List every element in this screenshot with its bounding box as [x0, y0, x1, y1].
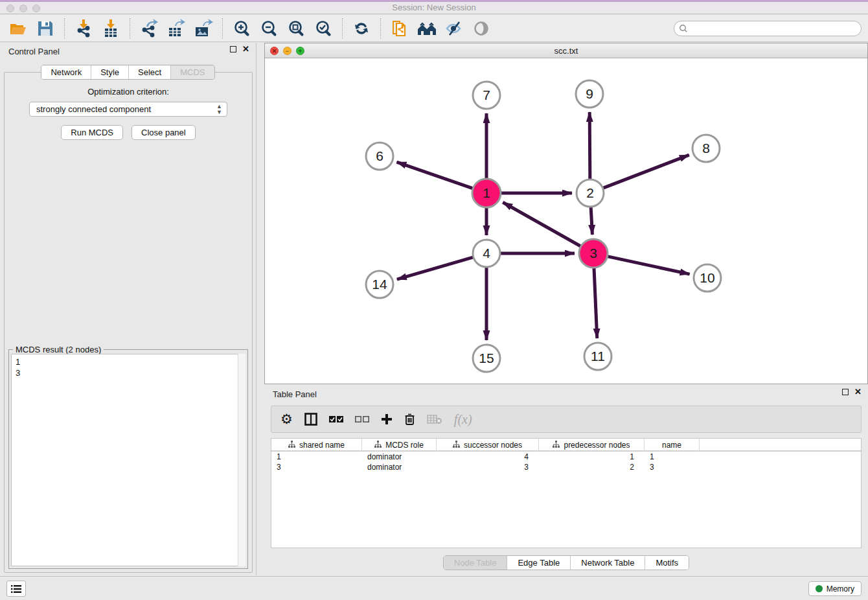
control-panel-title: Control Panel — [8, 47, 60, 56]
import-table-icon[interactable] — [99, 17, 122, 40]
tab-node-table[interactable]: Node Table — [444, 556, 508, 570]
optimization-criterion-label: Optimization criterion: — [5, 87, 252, 97]
edge-1-6[interactable] — [396, 162, 473, 189]
cell-MCDS-role[interactable]: dominator — [362, 452, 437, 462]
edge-3-11[interactable] — [594, 268, 597, 338]
deselect-all-icon[interactable] — [355, 415, 369, 423]
tab-mcds[interactable]: MCDS — [171, 65, 214, 79]
search-container — [674, 21, 862, 36]
cell-predecessor-nodes[interactable]: 2 — [539, 462, 645, 472]
float-table-panel-icon[interactable] — [842, 389, 849, 395]
network-canvas[interactable]: 7968124314101511 — [265, 58, 867, 384]
node-table[interactable]: shared nameMCDS rolesuccessor nodesprede… — [271, 438, 862, 548]
close-table-panel-icon[interactable]: ✕ — [854, 389, 862, 395]
mcds-result-text[interactable]: 1 3 — [11, 354, 246, 566]
delete-table-icon[interactable] — [427, 414, 442, 424]
function-builder-icon[interactable]: f(x) — [454, 412, 472, 427]
control-panel: Control Panel ✕ NetworkStyleSelectMCDS O… — [0, 43, 257, 575]
close-panel-button[interactable]: Close panel — [131, 125, 196, 140]
zoom-selected-icon[interactable] — [312, 17, 335, 40]
float-panel-icon[interactable] — [230, 46, 236, 52]
table-row[interactable]: 3dominator323 — [271, 462, 861, 472]
clone-network-icon[interactable] — [388, 17, 411, 40]
node-label-14: 14 — [372, 277, 387, 292]
edge-2-8[interactable] — [603, 155, 689, 188]
tab-motifs[interactable]: Motifs — [645, 556, 689, 570]
cell-name[interactable]: 3 — [645, 462, 700, 472]
node-label-15: 15 — [479, 351, 494, 365]
run-mcds-button[interactable]: Run MCDS — [61, 125, 123, 140]
memory-button-label: Memory — [827, 584, 854, 594]
cell-predecessor-nodes[interactable]: 1 — [539, 452, 645, 462]
node-label-10: 10 — [700, 270, 714, 285]
node-label-1: 1 — [483, 185, 490, 200]
show-all-icon[interactable] — [470, 17, 493, 40]
status-bar: Memory — [0, 576, 868, 600]
save-session-icon[interactable] — [34, 17, 57, 40]
gear-icon[interactable]: ⚙ — [280, 411, 293, 427]
network-view-window: ✕ − + scc.txt 7968124314101511 — [264, 43, 868, 384]
cell-MCDS-role[interactable]: dominator — [362, 462, 437, 472]
hierarchy-icon — [288, 441, 295, 450]
hierarchy-icon — [453, 441, 460, 450]
delete-icon[interactable] — [404, 413, 415, 426]
add-column-icon[interactable] — [381, 413, 393, 425]
edge-4-14[interactable] — [397, 257, 474, 279]
network-canvas-svg[interactable]: 7968124314101511 — [265, 58, 867, 384]
cell-shared-name[interactable]: 1 — [271, 452, 362, 462]
mcds-result-fieldset: MCDS result (2 nodes) 1 3 — [8, 349, 248, 569]
column-header-MCDS-role[interactable]: MCDS role — [362, 439, 437, 452]
columns-icon[interactable] — [304, 413, 317, 426]
optimization-criterion-select[interactable]: strongly connected component ▲▼ — [29, 102, 227, 117]
export-image-icon[interactable] — [192, 17, 215, 40]
edge-2-3[interactable] — [591, 207, 592, 235]
hide-selected-icon[interactable] — [442, 17, 466, 40]
hierarchy-icon — [553, 441, 560, 450]
cell-shared-name[interactable]: 3 — [271, 462, 362, 472]
import-network-icon[interactable] — [72, 17, 95, 40]
titlebar: Session: New Session — [0, 0, 868, 14]
cell-successor-nodes[interactable]: 4 — [437, 452, 539, 462]
zoom-out-icon[interactable] — [257, 17, 280, 40]
refresh-icon[interactable] — [350, 17, 373, 40]
column-header-shared-name[interactable]: shared name — [271, 439, 362, 452]
edge-3-1[interactable] — [503, 202, 581, 246]
table-tabs: Node TableEdge TableNetwork TableMotifs — [264, 555, 868, 570]
table-header-row: shared nameMCDS rolesuccessor nodesprede… — [271, 439, 861, 452]
table-panel: Table Panel ✕ ⚙ — [264, 386, 868, 575]
select-all-icon[interactable] — [329, 415, 343, 423]
window-title: Session: New Session — [0, 3, 868, 12]
cell-successor-nodes[interactable]: 3 — [437, 462, 539, 472]
open-session-icon[interactable] — [6, 17, 30, 40]
main-toolbar — [0, 15, 868, 42]
close-panel-icon[interactable]: ✕ — [242, 46, 249, 52]
edge-2-9[interactable] — [589, 112, 590, 179]
table-row[interactable]: 1dominator411 — [271, 452, 861, 462]
zoom-in-icon[interactable] — [230, 17, 253, 40]
search-icon — [679, 24, 688, 36]
search-input[interactable] — [674, 21, 862, 36]
zoom-fit-icon[interactable] — [284, 17, 308, 40]
network-window-titlebar[interactable]: ✕ − + scc.txt — [265, 43, 867, 58]
memory-status-icon — [816, 585, 823, 592]
result-scrollbar[interactable] — [238, 354, 246, 566]
first-neighbors-icon[interactable] — [415, 17, 439, 40]
column-header-successor-nodes[interactable]: successor nodes — [437, 439, 539, 452]
export-table-icon[interactable] — [165, 17, 188, 40]
mcds-result-legend: MCDS result (2 nodes) — [13, 345, 104, 354]
memory-button[interactable]: Memory — [808, 581, 862, 596]
tab-network[interactable]: Network — [41, 65, 91, 79]
tab-style[interactable]: Style — [91, 65, 129, 79]
edge-3-10[interactable] — [608, 257, 690, 274]
cell-name[interactable]: 1 — [645, 452, 700, 462]
tab-select[interactable]: Select — [129, 65, 171, 79]
column-header-name[interactable]: name — [645, 439, 700, 452]
application-window: Session: New Session — [0, 0, 868, 600]
column-header-predecessor-nodes[interactable]: predecessor nodes — [539, 439, 645, 452]
node-label-4: 4 — [483, 246, 490, 260]
tab-edge-table[interactable]: Edge Table — [507, 556, 571, 570]
task-history-button[interactable] — [6, 581, 26, 597]
export-network-icon[interactable] — [137, 17, 161, 40]
tab-network-table[interactable]: Network Table — [571, 556, 645, 570]
node-label-9: 9 — [586, 86, 593, 101]
